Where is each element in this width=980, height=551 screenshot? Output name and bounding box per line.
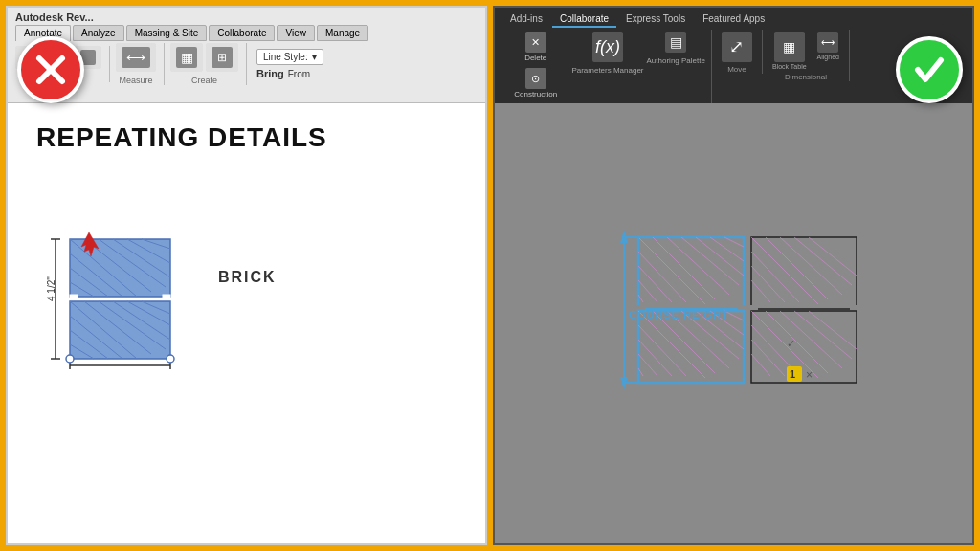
svg-line-62 xyxy=(766,237,828,299)
line-style-label: Line Style: xyxy=(263,52,308,62)
tab-express-tools[interactable]: Express Tools xyxy=(618,11,693,28)
brick-drawing: 4 1/2" xyxy=(36,182,457,373)
check-icon xyxy=(910,51,948,89)
authoring-palette-label: Authoring Palette xyxy=(647,56,705,65)
svg-line-43 xyxy=(638,266,672,302)
parameters-label: Parameters Manager xyxy=(571,66,643,75)
aligned-col: ⟷ Aligned xyxy=(813,30,843,62)
right-move-buttons: ⤢ xyxy=(718,30,756,64)
left-measure-section: ⟷ Measure xyxy=(116,43,165,85)
svg-line-64 xyxy=(794,237,852,285)
svg-line-40 xyxy=(710,237,744,261)
tab-collaborate-right[interactable]: Collaborate xyxy=(552,11,616,28)
svg-line-61 xyxy=(751,237,818,304)
svg-text:✓: ✓ xyxy=(787,338,795,349)
measure-icon-1: ⟷ xyxy=(122,47,150,68)
manage-col-2: f(x) Parameters Manager xyxy=(571,30,643,75)
manage-col-3: ▤ Authoring Palette xyxy=(647,30,705,65)
main-container: Autodesk Rev... Annotate Analyze Massing… xyxy=(0,0,980,551)
construction-label: Construction xyxy=(514,90,557,99)
repeating-details-title: REPEATING DETAILS xyxy=(36,122,457,153)
tab-massing[interactable]: Massing & Site xyxy=(126,25,208,41)
construction-icon: ⊙ xyxy=(525,68,546,89)
left-toolbar-buttons: View ⟷ Measure xyxy=(15,43,478,85)
svg-point-32 xyxy=(66,355,74,363)
svg-line-35 xyxy=(638,237,705,304)
svg-text:×: × xyxy=(806,368,813,382)
fx-icon: f(x) xyxy=(592,32,623,62)
from-label: From xyxy=(288,69,310,79)
svg-line-57 xyxy=(638,340,672,376)
svg-line-66 xyxy=(751,252,799,302)
bring-label: Bring xyxy=(256,68,284,79)
create-btn-2[interactable]: ⊞ xyxy=(206,43,238,72)
authoring-btn[interactable]: ▤ xyxy=(647,30,705,55)
svg-line-41 xyxy=(724,237,744,247)
svg-line-42 xyxy=(638,252,686,302)
svg-line-78 xyxy=(751,340,785,376)
delete-label: Delete xyxy=(524,54,546,62)
right-move-section: ⤢ Move xyxy=(718,30,763,74)
tab-manage[interactable]: Manage xyxy=(317,25,368,41)
authoring-icon: ▤ xyxy=(665,32,686,53)
measure-btn-1[interactable]: ⟷ xyxy=(116,43,156,72)
tab-featured-apps[interactable]: Featured Apps xyxy=(695,11,772,28)
left-content: REPEATING DETAILS 4 1/2" xyxy=(8,103,485,543)
brick-label: BRICK xyxy=(218,269,277,286)
create-btn-1[interactable]: ▦ xyxy=(170,43,203,72)
fx-btn[interactable]: f(x) xyxy=(571,30,643,64)
move-btn[interactable]: ⤢ xyxy=(718,30,756,64)
brick-svg: 4 1/2" xyxy=(36,182,189,373)
svg-text:COURSE HEIGHT: COURSE HEIGHT xyxy=(629,309,729,320)
block-table-btn[interactable]: ▦ Block Table xyxy=(768,30,811,72)
right-block-buttons: ▦ Block Table ⟷ Aligned xyxy=(768,30,843,72)
create-section-label: Create xyxy=(191,76,217,85)
svg-rect-70 xyxy=(850,305,859,315)
aligned-label: Aligned xyxy=(817,54,839,60)
brick-diagram: 4 1/2" xyxy=(36,182,189,373)
move-icon: ⤢ xyxy=(722,32,752,62)
chevron-down-icon: ▾ xyxy=(312,52,317,62)
svg-line-75 xyxy=(794,311,852,359)
svg-point-33 xyxy=(167,355,174,363)
cad-drawing: COURSE HEIGHT 1 × ✓ xyxy=(581,180,887,467)
create-icon-2: ⊞ xyxy=(212,47,233,68)
left-panel: Autodesk Rev... Annotate Analyze Massing… xyxy=(6,6,487,545)
right-block-section: ▦ Block Table ⟷ Aligned Dimensional xyxy=(768,30,850,81)
delete-btn[interactable]: ✕ Delete xyxy=(502,30,568,64)
aligned-btn[interactable]: ⟷ Aligned xyxy=(813,30,843,62)
svg-line-63 xyxy=(780,237,842,295)
move-label: Move xyxy=(727,65,746,74)
left-toolbar-app-label: Autodesk Rev... xyxy=(15,11,478,23)
tab-view[interactable]: View xyxy=(277,25,315,41)
x-icon xyxy=(32,51,70,89)
tab-analyze[interactable]: Analyze xyxy=(73,25,124,41)
delete-icon: ✕ xyxy=(525,32,546,53)
svg-line-67 xyxy=(751,266,785,302)
bring-from-row: Bring From xyxy=(256,68,323,79)
tab-add-ins[interactable]: Add-ins xyxy=(502,11,550,28)
create-icon-1: ▦ xyxy=(176,47,197,68)
svg-line-73 xyxy=(766,311,828,373)
construction-btn[interactable]: ⊙ Construction xyxy=(502,66,568,100)
aligned-icon: ⟷ xyxy=(817,32,838,53)
right-toolbar-tabs[interactable]: Add-ins Collaborate Express Tools Featur… xyxy=(502,11,965,28)
autodesk-label: Autodesk Rev... xyxy=(15,11,94,23)
svg-line-36 xyxy=(653,237,715,299)
block-table-icon: ▦ xyxy=(774,32,805,62)
x-badge xyxy=(17,36,84,103)
svg-line-38 xyxy=(681,237,739,285)
svg-line-49 xyxy=(638,311,705,378)
line-style-dropdown[interactable]: Line Style: ▾ xyxy=(256,49,323,65)
check-badge xyxy=(896,36,963,103)
left-toolbar-tabs[interactable]: Annotate Analyze Massing & Site Collabor… xyxy=(15,25,478,41)
block-table-label: Block Table xyxy=(772,63,807,70)
tab-collaborate[interactable]: Collaborate xyxy=(209,25,275,41)
dimensional-label: Dimensional xyxy=(785,73,827,81)
right-panel: Add-ins Collaborate Express Tools Featur… xyxy=(493,6,974,545)
svg-line-37 xyxy=(667,237,729,295)
measure-section-label: Measure xyxy=(119,76,152,85)
svg-text:4 1/2": 4 1/2" xyxy=(46,276,56,301)
svg-text:1: 1 xyxy=(790,368,795,380)
svg-line-56 xyxy=(638,325,686,376)
